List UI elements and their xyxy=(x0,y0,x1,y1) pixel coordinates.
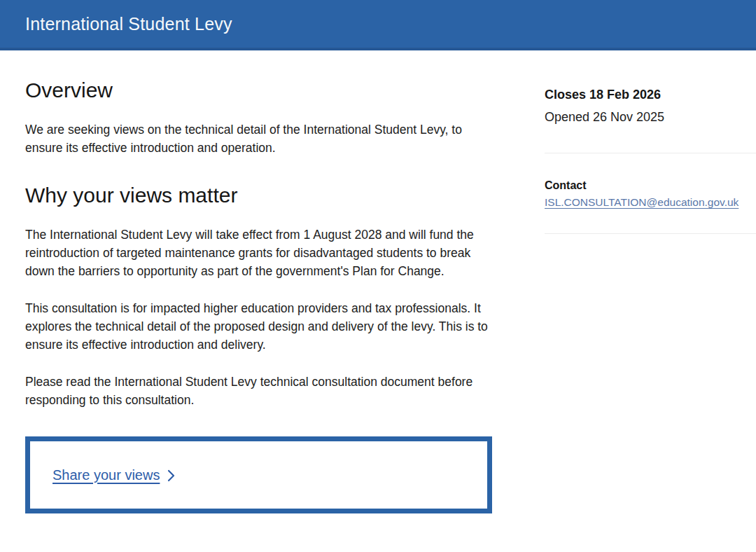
page-header: International Student Levy xyxy=(0,0,756,50)
share-your-views-link[interactable]: Share your views xyxy=(52,467,175,483)
contact-email-link[interactable]: ISL.CONSULTATION@education.gov.uk xyxy=(545,195,738,209)
content-area: Overview We are seeking views on the tec… xyxy=(0,50,756,513)
share-your-views-label: Share your views xyxy=(52,467,160,483)
why-paragraph-3: Please read the International Student Le… xyxy=(25,373,492,409)
main-column: Overview We are seeking views on the tec… xyxy=(25,50,492,513)
why-paragraph-2: This consultation is for impacted higher… xyxy=(25,299,492,354)
opened-date: Opened 26 Nov 2025 xyxy=(545,109,756,125)
contact-heading: Contact xyxy=(545,179,756,192)
chevron-right-icon xyxy=(167,469,175,482)
share-your-views-box[interactable]: Share your views xyxy=(25,436,492,513)
closes-date: Closes 18 Feb 2026 xyxy=(545,87,756,102)
overview-paragraph: We are seeking views on the technical de… xyxy=(25,120,492,157)
why-your-views-matter-heading: Why your views matter xyxy=(25,184,492,207)
sidebar-divider-bottom xyxy=(545,233,756,234)
consultation-page: International Student Levy Overview We a… xyxy=(0,0,756,552)
sidebar-divider-top xyxy=(545,153,756,153)
why-paragraph-1: The International Student Levy will take… xyxy=(25,226,492,280)
page-title: International Student Levy xyxy=(25,14,232,34)
overview-heading: Overview xyxy=(25,78,492,102)
sidebar: Closes 18 Feb 2026 Opened 26 Nov 2025 Co… xyxy=(545,50,756,234)
